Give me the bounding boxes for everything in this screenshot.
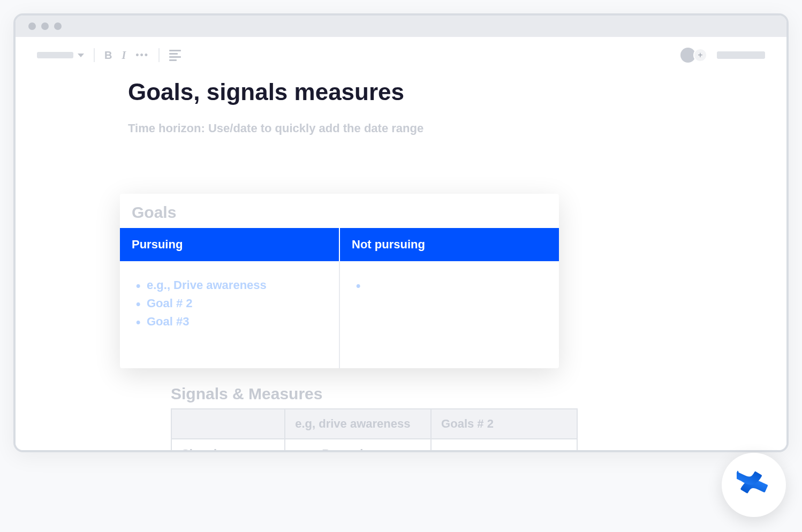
- toolbar-divider: [94, 48, 95, 62]
- list-item-empty[interactable]: [352, 276, 547, 280]
- content-area: B I ••• +: [16, 37, 786, 450]
- list-item[interactable]: Goal # 2: [132, 294, 327, 313]
- window-title-bar: [16, 16, 786, 37]
- col-header-pursuing[interactable]: Pursuing: [120, 228, 339, 261]
- text-style-select[interactable]: [37, 52, 84, 58]
- col-header-not-pursuing[interactable]: Not pursuing: [339, 228, 559, 261]
- not-pursuing-list: [352, 276, 547, 280]
- pursuing-list: e.g., Drive awareness Goal # 2 Goal #3: [132, 276, 327, 331]
- window-close-dot[interactable]: [28, 22, 36, 30]
- collaborator-avatars: +: [680, 48, 707, 63]
- signals-header-empty[interactable]: [171, 409, 285, 439]
- toolbar-right-group: +: [680, 48, 765, 63]
- signals-header-col3[interactable]: Goals # 2: [431, 409, 577, 439]
- signals-heading[interactable]: Signals & Measures: [171, 385, 322, 403]
- list-item[interactable]: e.g., Drive awareness: [132, 276, 327, 294]
- page-title[interactable]: Goals, signals measures: [128, 79, 674, 105]
- signals-row1-col1[interactable]: Signals: Brainstorming: [171, 439, 285, 452]
- not-pursuing-cell[interactable]: [339, 261, 559, 368]
- action-placeholder-bar[interactable]: [717, 51, 765, 59]
- chevron-down-icon: [78, 54, 84, 57]
- window-maximize-dot[interactable]: [54, 22, 62, 30]
- signals-table-wrap: e.g, drive awareness Goals # 2 Signals: …: [171, 408, 578, 452]
- signals-table: e.g, drive awareness Goals # 2 Signals: …: [171, 408, 578, 452]
- signals-header-col2[interactable]: e.g, drive awareness: [285, 409, 431, 439]
- goals-card: Goals Pursuing Not pursuing e.g., Drive …: [120, 194, 559, 368]
- add-collaborator-button[interactable]: +: [693, 48, 707, 62]
- pursuing-cell[interactable]: e.g., Drive awareness Goal # 2 Goal #3: [120, 261, 339, 368]
- editor-toolbar: B I ••• +: [16, 37, 786, 73]
- signals-row1-col3[interactable]: [431, 439, 577, 452]
- time-horizon-text[interactable]: Time horizon: Use/date to quickly add th…: [128, 121, 674, 135]
- list-item[interactable]: Goal #3: [132, 313, 327, 331]
- toolbar-divider: [158, 48, 160, 62]
- style-placeholder-bar: [37, 52, 73, 58]
- bold-button[interactable]: B: [104, 49, 112, 62]
- confluence-icon: [737, 468, 771, 502]
- italic-button[interactable]: I: [122, 49, 126, 62]
- goals-heading[interactable]: Goals: [120, 194, 559, 228]
- confluence-badge[interactable]: [722, 453, 786, 517]
- window-minimize-dot[interactable]: [41, 22, 49, 30]
- more-format-button[interactable]: •••: [135, 50, 149, 61]
- document-body[interactable]: Goals, signals measures Time horizon: Us…: [16, 73, 786, 135]
- format-group: B I •••: [104, 49, 149, 62]
- signals-row1-col2[interactable]: e.g., Page views: [285, 439, 431, 452]
- toolbar-left-group: B I •••: [37, 48, 181, 62]
- app-window: B I ••• +: [13, 13, 789, 452]
- goals-table: Pursuing Not pursuing e.g., Drive awaren…: [120, 228, 559, 368]
- align-left-icon[interactable]: [169, 50, 181, 61]
